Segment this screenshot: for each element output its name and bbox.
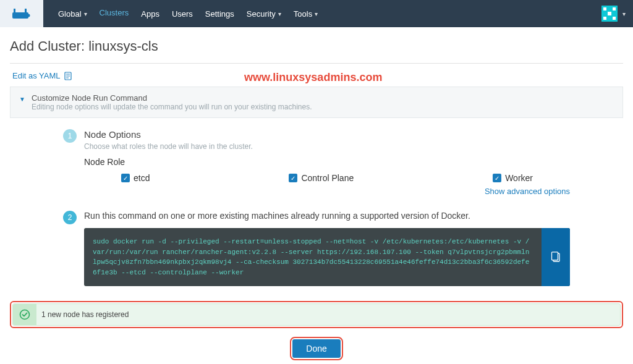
file-icon xyxy=(64,72,72,80)
clipboard-icon xyxy=(551,252,561,263)
role-controlplane[interactable]: ✓ Control Plane xyxy=(289,173,354,183)
top-nav: Global ▾ Clusters Apps Users Settings Se… xyxy=(0,0,633,27)
page-content: Add Cluster: linuxsys-cls Edit as YAML w… xyxy=(0,27,633,286)
step-1: 1 Node Options Choose what roles the nod… xyxy=(10,129,623,196)
nav-items: Global ▾ Clusters Apps Users Settings Se… xyxy=(43,0,601,27)
accordion-title: Customize Node Run Command xyxy=(32,93,312,103)
command-text[interactable]: sudo docker run -d --privileged --restar… xyxy=(84,228,542,286)
done-button[interactable]: Done xyxy=(292,339,340,358)
watermark-text: www.linuxsysadmins.com xyxy=(244,71,382,84)
nav-scope-label: Global xyxy=(58,9,82,19)
nav-item-security[interactable]: Security▾ xyxy=(240,0,287,27)
checkbox-checked-icon: ✓ xyxy=(121,174,130,182)
svg-rect-9 xyxy=(613,17,616,20)
accordion-content: 1 Node Options Choose what roles the nod… xyxy=(10,118,623,286)
svg-point-16 xyxy=(20,310,30,320)
page-title: Add Cluster: linuxsys-cls xyxy=(10,38,623,63)
nav-scope[interactable]: Global ▾ xyxy=(52,0,93,27)
nav-right: ▾ xyxy=(601,0,633,27)
chevron-down-icon: ▾ xyxy=(315,11,318,17)
logo-area[interactable] xyxy=(0,0,43,27)
step-2: 2 Run this command on one or more existi… xyxy=(10,211,623,286)
nav-item-users[interactable]: Users xyxy=(166,0,199,27)
step-badge-2: 2 xyxy=(63,211,77,224)
svg-rect-6 xyxy=(613,7,616,11)
chevron-down-icon: ▾ xyxy=(278,11,281,17)
chevron-down-icon[interactable]: ▾ xyxy=(622,11,626,17)
accordion-header[interactable]: ▼ Customize Node Run Command Editing nod… xyxy=(10,87,623,118)
role-worker[interactable]: ✓ Worker xyxy=(493,173,533,183)
show-advanced-link[interactable]: Show advanced options xyxy=(84,183,570,196)
nav-item-clusters[interactable]: Clusters xyxy=(93,0,135,27)
success-icon-box xyxy=(13,304,36,325)
footer-actions: Done xyxy=(0,328,633,364)
svg-rect-1 xyxy=(14,9,15,13)
status-banner-highlight: 1 new node has registered xyxy=(10,301,623,328)
svg-rect-7 xyxy=(608,12,611,15)
svg-rect-2 xyxy=(25,9,27,13)
status-banner: 1 new node has registered xyxy=(12,303,621,326)
role-etcd[interactable]: ✓ etcd xyxy=(121,173,150,183)
step1-subtitle: Choose what roles the node will have in … xyxy=(84,142,570,151)
svg-rect-8 xyxy=(603,17,606,20)
edit-yaml-label: Edit as YAML xyxy=(12,71,61,80)
caret-down-icon: ▼ xyxy=(19,96,25,103)
checkbox-checked-icon: ✓ xyxy=(493,174,501,182)
step-badge-1: 1 xyxy=(63,129,77,143)
user-avatar-icon[interactable] xyxy=(601,6,618,22)
step2-instruction: Run this command on one or more existing… xyxy=(84,211,570,221)
copy-button[interactable] xyxy=(542,228,570,286)
nav-item-settings[interactable]: Settings xyxy=(199,0,240,27)
svg-rect-0 xyxy=(12,12,28,19)
node-role-label: Node Role xyxy=(84,157,570,167)
check-circle-icon xyxy=(19,309,30,320)
banner-text: 1 new node has registered xyxy=(41,310,129,319)
rancher-logo-icon xyxy=(11,7,32,20)
roles-row: ✓ etcd ✓ Control Plane ✓ Worker xyxy=(84,173,570,183)
status-banner-wrap: 1 new node has registered xyxy=(0,301,633,328)
command-block: sudo docker run -d --privileged --restar… xyxy=(84,228,570,286)
step1-title: Node Options xyxy=(84,129,570,140)
accordion-subtitle: Editing node options will update the com… xyxy=(32,103,312,111)
svg-rect-15 xyxy=(552,252,558,260)
done-highlight: Done xyxy=(290,337,342,360)
svg-rect-5 xyxy=(603,7,606,11)
checkbox-checked-icon: ✓ xyxy=(289,174,297,182)
nav-item-tools[interactable]: Tools▾ xyxy=(287,0,324,27)
svg-point-3 xyxy=(27,14,30,17)
chevron-down-icon: ▾ xyxy=(84,11,87,17)
nav-item-apps[interactable]: Apps xyxy=(135,0,166,27)
